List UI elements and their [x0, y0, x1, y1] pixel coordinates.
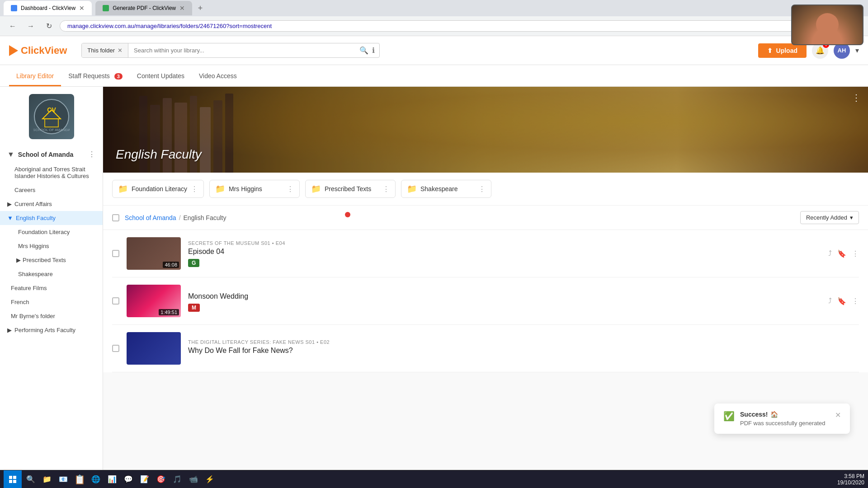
bookmark-icon-1[interactable]: 🔖 [837, 249, 846, 258]
folder-item-shakespeare[interactable]: 📁 Shakespeare ⋮ [401, 180, 491, 198]
taskbar-app1[interactable]: 🎯 [154, 472, 168, 487]
svg-text:SCHOOL OF AMANDA: SCHOOL OF AMANDA [33, 128, 70, 132]
toast-notification: ✅ Success! 🏠 PDF was successfully genera… [714, 404, 850, 434]
sidebar-school-more-icon[interactable]: ⋮ [88, 150, 95, 159]
taskbar-teams-2[interactable]: 💬 [121, 472, 136, 487]
topbar: ClickView This folder ✕ 🔍 ℹ ⬆ Upload 🔔 1 [0, 36, 868, 65]
taskbar-app3[interactable]: ⚡ [203, 472, 217, 487]
sidebar-item-english-faculty[interactable]: ▼ English Faculty [0, 211, 103, 225]
folder-name-prescribed: Prescribed Texts [325, 185, 379, 192]
breadcrumb-row: School of Amanda / English Faculty Recen… [103, 206, 868, 230]
folder-item-mrs-higgins[interactable]: 📁 Mrs Higgins ⋮ [209, 180, 300, 198]
folder-more-shakespeare[interactable]: ⋮ [478, 185, 486, 193]
sidebar-item-performing-arts[interactable]: ▶ Performing Arts Faculty [0, 323, 103, 337]
bookmark-icon-2[interactable]: 🔖 [837, 297, 846, 305]
sidebar-item-careers-label: Careers [14, 187, 35, 193]
browser-nav: ← → ↻ manage.clickview.com.au/manage/lib… [0, 16, 868, 36]
video-check-1[interactable] [112, 250, 119, 257]
breadcrumb-current: English Faculty [184, 214, 226, 221]
taskbar-spotify[interactable]: 🎵 [170, 472, 184, 487]
school-logo[interactable]: CV SCHOOL OF AMANDA [29, 94, 74, 139]
sidebar-school-header[interactable]: ▼ School of Amanda ⋮ [0, 146, 103, 162]
video-title-2[interactable]: Monsoon Wedding [188, 292, 821, 300]
taskbar-excel[interactable]: 📊 [105, 472, 119, 487]
folder-icon-foundation: 📁 [118, 184, 128, 194]
sidebar-item-mr-byrnes[interactable]: Mr Byrne's folder [0, 309, 103, 323]
share-icon-2[interactable]: ⤴ [828, 297, 832, 305]
video-item-3: THE DIGITAL LITERACY SERIES: FAKE NEWS S… [112, 325, 859, 372]
share-icon-1[interactable]: ⤴ [828, 249, 832, 258]
folder-more-prescribed[interactable]: ⋮ [382, 185, 390, 193]
start-button[interactable] [4, 470, 22, 488]
select-all-checkbox[interactable] [112, 214, 119, 221]
upload-button[interactable]: ⬆ Upload [758, 43, 807, 58]
tab-video-access[interactable]: Video Access [192, 67, 244, 86]
sidebar-item-shakespeare[interactable]: Shakespeare [0, 267, 103, 281]
video-series-1: SECRETS OF THE MUSEUM S01 • E04 [188, 240, 821, 246]
sidebar-item-aboriginal[interactable]: Aboriginal and Torres Strait Islander Hi… [0, 162, 103, 183]
folder-icon-shakespeare: 📁 [407, 184, 417, 194]
sidebar-item-performing-arts-label: Performing Arts Faculty [14, 327, 75, 333]
video-title-3[interactable]: Why Do We Fall for Fake News? [188, 347, 859, 355]
new-tab-button[interactable]: + [194, 2, 207, 14]
video-thumb-2[interactable]: 1:49:51 [127, 285, 181, 317]
sidebar-item-french[interactable]: French [0, 295, 103, 309]
taskbar-word[interactable]: 📝 [137, 472, 152, 487]
video-check-2[interactable] [112, 297, 119, 305]
more-icon-1[interactable]: ⋮ [852, 249, 859, 258]
bell-icon: 🔔 [816, 46, 825, 55]
sidebar-item-feature-films[interactable]: Feature Films [0, 281, 103, 295]
folder-name-shakespeare: Shakespeare [420, 185, 475, 192]
taskbar-file-explorer[interactable]: 📁 [40, 472, 54, 487]
sidebar-item-foundation-literacy-label: Foundation Literacy [18, 229, 70, 235]
sort-dropdown[interactable]: Recently Added ▾ [800, 211, 859, 224]
back-button[interactable]: ← [5, 19, 20, 33]
video-duration-1: 46:08 [163, 262, 179, 268]
taskbar-mail[interactable]: 📧 [56, 472, 71, 487]
sidebar-item-prescribed-texts[interactable]: ▶ Prescribed Texts [0, 253, 103, 267]
video-series-3: THE DIGITAL LITERACY SERIES: FAKE NEWS S… [188, 339, 859, 345]
folder-item-foundation-literacy[interactable]: 📁 Foundation Literacy ⋮ [112, 180, 204, 198]
video-thumb-3[interactable] [127, 332, 181, 365]
breadcrumb-root-link[interactable]: School of Amanda [125, 214, 176, 221]
video-check-3[interactable] [112, 345, 119, 352]
forward-button[interactable]: → [24, 19, 38, 33]
video-duration-2: 1:49:51 [159, 309, 179, 315]
video-title-1[interactable]: Episode 04 [188, 248, 821, 256]
tab-content-updates[interactable]: Content Updates [130, 67, 192, 86]
tab-close-pdf[interactable]: ✕ [179, 5, 185, 12]
folder-more-foundation[interactable]: ⋮ [191, 185, 198, 193]
hero-menu-button[interactable]: ⋮ [852, 92, 861, 103]
taskbar-teams[interactable]: 📋 [72, 472, 87, 487]
sidebar-item-foundation-literacy[interactable]: Foundation Literacy [0, 225, 103, 239]
tab-library-editor[interactable]: Library Editor [9, 67, 61, 86]
logo[interactable]: ClickView [9, 45, 67, 56]
taskbar-search[interactable]: 🔍 [24, 472, 38, 487]
more-icon-2[interactable]: ⋮ [852, 297, 859, 305]
video-thumb-1[interactable]: 46:08 [127, 237, 181, 270]
sidebar-item-current-affairs[interactable]: ▶ Current Affairs [0, 197, 103, 211]
info-icon[interactable]: ℹ [372, 46, 375, 55]
sidebar-item-careers[interactable]: Careers [0, 183, 103, 197]
hero-banner: English Faculty ⋮ [103, 87, 868, 173]
address-bar[interactable]: manage.clickview.com.au/manage/libraries… [60, 20, 863, 32]
tab-dashboard[interactable]: Dashboard - ClickView ✕ [4, 1, 92, 15]
tab-staff-requests[interactable]: Staff Requests 3 [61, 67, 130, 86]
folder-more-mrs-higgins[interactable]: ⋮ [287, 185, 294, 193]
tab-close-dashboard[interactable]: ✕ [79, 5, 85, 12]
search-input[interactable] [128, 43, 355, 57]
search-filter-remove[interactable]: ✕ [118, 47, 123, 54]
taskbar-chrome[interactable]: 🌐 [89, 472, 103, 487]
user-menu-chevron[interactable]: ▾ [855, 46, 859, 55]
search-icon[interactable]: 🔍 [359, 46, 368, 55]
upload-label: Upload [776, 47, 797, 54]
tab-generate-pdf[interactable]: Generate PDF - ClickView ✕ [95, 1, 192, 15]
toast-success-icon: ✅ [723, 411, 735, 422]
taskbar-app2[interactable]: 📹 [186, 472, 201, 487]
toast-close-button[interactable]: ✕ [835, 411, 841, 419]
sidebar: CV SCHOOL OF AMANDA ▼ School of Amanda ⋮… [0, 87, 103, 488]
sidebar-item-mrs-higgins[interactable]: Mrs Higgins [0, 239, 103, 253]
refresh-button[interactable]: ↻ [42, 19, 56, 33]
folder-name-mrs-higgins: Mrs Higgins [229, 185, 283, 192]
folder-item-prescribed-texts[interactable]: 📁 Prescribed Texts ⋮ [305, 180, 396, 198]
